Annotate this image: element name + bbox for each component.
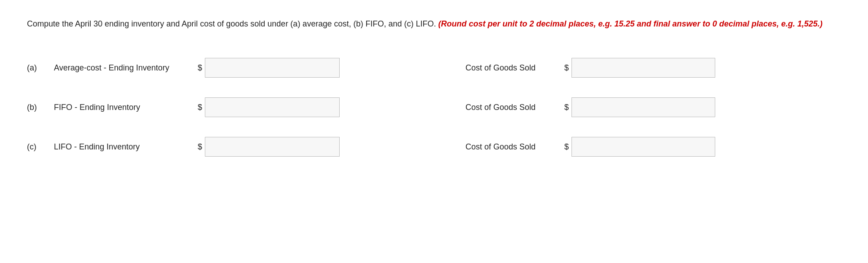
input-left-1[interactable]	[205, 97, 340, 117]
row-a: (a) Average-cost - Ending Inventory $ Co…	[27, 48, 841, 88]
cogs-label-0: Cost of Goods Sold	[465, 63, 564, 73]
dollar-sign-right-0: $	[564, 63, 569, 73]
dollar-sign-left-2: $	[198, 142, 202, 152]
instruction-black: Compute the April 30 ending inventory an…	[27, 19, 436, 28]
input-left-2[interactable]	[205, 137, 340, 157]
dollar-sign-right-1: $	[564, 103, 569, 112]
row-description-2: LIFO - Ending Inventory	[54, 142, 198, 152]
row-label-1: (b)	[27, 103, 54, 112]
row-label-2: (c)	[27, 142, 54, 152]
cogs-label-1: Cost of Goods Sold	[465, 103, 564, 112]
instruction-red: (Round cost per unit to 2 decimal places…	[438, 19, 822, 28]
input-left-0[interactable]	[205, 58, 340, 78]
row-description-0: Average-cost - Ending Inventory	[54, 63, 198, 73]
input-right-1[interactable]	[571, 97, 715, 117]
cogs-label-2: Cost of Goods Sold	[465, 142, 564, 152]
input-right-2[interactable]	[571, 137, 715, 157]
instruction-text: Compute the April 30 ending inventory an…	[27, 18, 836, 30]
row-c: (c) LIFO - Ending Inventory $ Cost of Go…	[27, 127, 841, 167]
dollar-sign-left-0: $	[198, 63, 202, 73]
row-label-0: (a)	[27, 63, 54, 73]
input-right-0[interactable]	[571, 58, 715, 78]
dollar-sign-left-1: $	[198, 103, 202, 112]
rows-container: (a) Average-cost - Ending Inventory $ Co…	[27, 48, 841, 167]
dollar-sign-right-2: $	[564, 142, 569, 152]
row-b: (b) FIFO - Ending Inventory $ Cost of Go…	[27, 88, 841, 127]
row-description-1: FIFO - Ending Inventory	[54, 103, 198, 112]
